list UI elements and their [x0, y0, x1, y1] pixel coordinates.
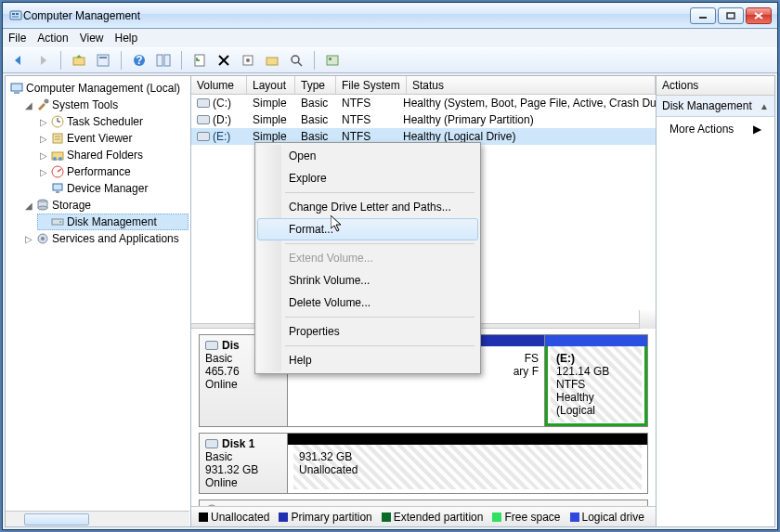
context-menu-delete-volume[interactable]: Delete Volume...: [257, 292, 478, 314]
toolbar: ?: [3, 47, 777, 73]
legend-free: Free space: [504, 511, 560, 524]
partition-block-e[interactable]: (E:) 121.14 GB NTFS Healthy (Logical: [545, 335, 647, 426]
menu-help[interactable]: Help: [115, 32, 138, 45]
actions-pane: Actions Disk Management ▲ More Actions ▶: [656, 76, 774, 526]
disk-type: Basic: [205, 450, 281, 463]
vol-status: Healthy (System, Boot, Page File, Active…: [397, 97, 656, 110]
context-menu-explore[interactable]: Explore: [257, 167, 478, 189]
vol-fs: NTFS: [336, 130, 397, 143]
disk-1-row: Disk 1 Basic 931.32 GB Online 931.32 GB …: [199, 433, 648, 494]
nav-forward-button[interactable]: [32, 50, 53, 71]
minimize-button[interactable]: [690, 7, 716, 24]
svg-point-38: [53, 157, 57, 161]
tree-disk-management-label: Disk Management: [67, 215, 157, 228]
svg-rect-47: [52, 219, 63, 225]
services-icon: [35, 231, 50, 246]
clock-icon: [50, 114, 65, 129]
svg-rect-2: [16, 13, 19, 15]
menu-action[interactable]: Action: [37, 32, 68, 45]
disk-status: Online: [205, 476, 281, 489]
action-button-2[interactable]: [262, 50, 282, 71]
disk-1-label[interactable]: Disk 1 Basic 931.32 GB Online: [200, 434, 288, 493]
refresh-button[interactable]: [189, 50, 210, 71]
show-hide-button[interactable]: [153, 50, 174, 71]
svg-point-24: [292, 56, 299, 63]
action-button-3[interactable]: [322, 50, 343, 71]
col-status[interactable]: Status: [407, 76, 656, 94]
tree-performance[interactable]: ▷Performance: [37, 163, 188, 180]
actions-header: Actions: [656, 76, 774, 96]
tree-storage[interactable]: ◢Storage: [22, 197, 188, 214]
svg-rect-34: [53, 134, 62, 143]
volume-row-c[interactable]: (C:) Simple Basic NTFS Healthy (System, …: [191, 95, 656, 111]
menu-view[interactable]: View: [80, 32, 104, 45]
partition-block-unallocated[interactable]: 931.32 GB Unallocated: [288, 434, 647, 493]
maximize-button[interactable]: [718, 7, 744, 24]
vol-type: Basic: [295, 97, 336, 110]
rescan-button[interactable]: [286, 50, 306, 71]
actions-more[interactable]: More Actions ▶: [656, 117, 774, 141]
up-button[interactable]: [69, 50, 89, 71]
drive-icon: [197, 132, 210, 141]
menubar: File Action View Help: [3, 29, 777, 47]
svg-rect-29: [14, 92, 20, 94]
context-menu-properties[interactable]: Properties: [257, 320, 478, 343]
svg-text:?: ?: [136, 54, 142, 67]
tree-root[interactable]: Computer Management (Local): [7, 80, 188, 97]
close-button[interactable]: [746, 7, 772, 24]
settings-button[interactable]: [238, 50, 258, 71]
svg-rect-5: [727, 13, 734, 19]
svg-rect-0: [10, 11, 21, 19]
actions-section-label: Disk Management: [662, 99, 752, 112]
svg-rect-27: [329, 58, 332, 60]
tree-system-tools[interactable]: ◢System Tools: [22, 97, 188, 113]
nav-back-button[interactable]: [8, 50, 29, 71]
titlebar[interactable]: Computer Management: [3, 3, 777, 29]
svg-rect-17: [164, 55, 170, 66]
context-menu-open[interactable]: Open: [257, 145, 478, 167]
vol-fs: NTFS: [336, 97, 397, 110]
chevron-right-icon: ▶: [753, 123, 761, 136]
tree-device-manager[interactable]: Device Manager: [37, 180, 188, 197]
menu-file[interactable]: File: [8, 32, 26, 45]
context-menu-format[interactable]: Format...: [257, 218, 478, 240]
svg-point-22: [246, 58, 250, 62]
tree-scrollbar[interactable]: [6, 511, 189, 526]
block-status: Healthy (Logical: [556, 391, 636, 417]
context-menu-change-drive-letter[interactable]: Change Drive Letter and Paths...: [257, 196, 478, 218]
col-fs[interactable]: File System: [336, 76, 407, 94]
col-layout[interactable]: Layout: [247, 76, 295, 94]
properties-button[interactable]: [93, 50, 113, 71]
tree-event-viewer-label: Event Viewer: [67, 132, 132, 145]
col-volume[interactable]: Volume: [191, 76, 247, 94]
svg-rect-26: [327, 56, 338, 65]
context-menu-help[interactable]: Help: [257, 349, 478, 371]
tree-event-viewer[interactable]: ▷Event Viewer: [37, 130, 188, 147]
tree-shared-folders[interactable]: ▷Shared Folders: [37, 147, 188, 163]
context-menu: Open Explore Change Drive Letter and Pat…: [254, 142, 481, 374]
legend: Unallocated Primary partition Extended p…: [191, 506, 656, 526]
tree-disk-management[interactable]: Disk Management: [37, 214, 188, 230]
actions-section-disk-management[interactable]: Disk Management ▲: [656, 96, 774, 117]
tree-performance-label: Performance: [67, 165, 131, 178]
col-type[interactable]: Type: [295, 76, 336, 94]
vol-type: Basic: [295, 113, 336, 126]
svg-line-25: [298, 62, 302, 66]
tree-services-apps-label: Services and Applications: [52, 232, 179, 245]
context-menu-shrink-volume[interactable]: Shrink Volume...: [257, 269, 478, 292]
disk-icon: [205, 341, 218, 350]
volume-row-d[interactable]: (D:) Simple Basic NTFS Healthy (Primary …: [191, 111, 656, 128]
volume-rows: (C:) Simple Basic NTFS Healthy (System, …: [191, 95, 656, 145]
vol-layout: Simple: [247, 113, 295, 126]
svg-rect-28: [11, 84, 22, 91]
block-size: 931.32 GB: [299, 450, 636, 463]
tree-services-apps[interactable]: ▷Services and Applications: [22, 230, 188, 247]
block-name: (E:): [556, 352, 636, 365]
svg-rect-1: [12, 13, 15, 15]
help-button[interactable]: ?: [129, 50, 150, 71]
tree-system-tools-label: System Tools: [52, 98, 118, 111]
delete-icon[interactable]: [214, 50, 234, 71]
storage-icon: [35, 198, 50, 213]
tree-task-scheduler[interactable]: ▷Task Scheduler: [37, 113, 188, 130]
tree-pane[interactable]: Computer Management (Local) ◢System Tool…: [6, 76, 191, 526]
